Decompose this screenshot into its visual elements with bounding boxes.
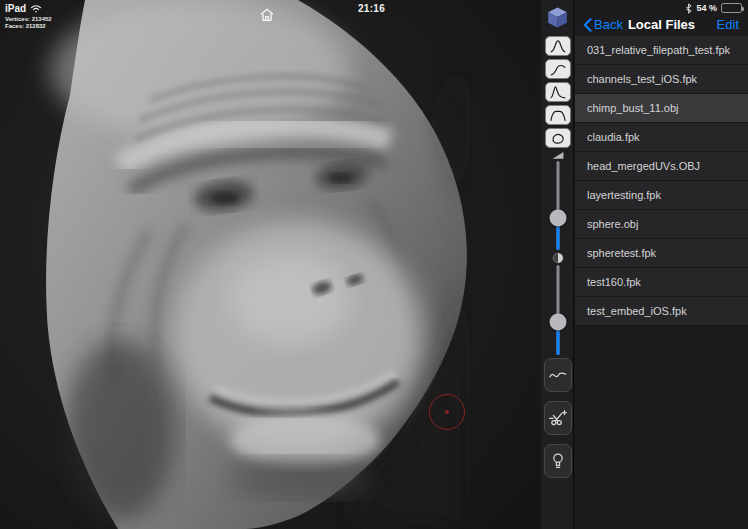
scissors-icon [548, 408, 568, 428]
file-row[interactable]: layertesting.fpk [575, 181, 748, 210]
falloff-blob[interactable] [545, 128, 571, 148]
home-icon[interactable] [259, 7, 275, 23]
file-row[interactable]: channels_test_iOS.fpk [575, 65, 748, 94]
slider-thumb[interactable] [549, 313, 566, 330]
viewport-hud: iPad Vertices: 213452 Faces: 212832 [5, 3, 52, 30]
file-name: chimp_bust_11.obj [587, 102, 679, 114]
slider-thumb[interactable] [549, 209, 566, 226]
wifi-icon [30, 4, 42, 14]
mask-trim-tool[interactable] [544, 401, 572, 435]
brush-size-slider[interactable] [541, 146, 574, 256]
file-list: 031_relative_filepath_test.fpkchannels_t… [575, 36, 748, 326]
falloff-plateau[interactable] [545, 105, 571, 125]
back-button[interactable]: Back [575, 17, 623, 32]
clock: 21:16 [358, 3, 385, 14]
file-name: spheretest.fpk [587, 247, 656, 259]
bell-curve-icon [547, 38, 569, 54]
file-name: sphere.obj [587, 218, 638, 230]
sculpt-viewport[interactable]: iPad Vertices: 213452 Faces: 212832 21:1… [0, 0, 541, 529]
chevron-left-icon [583, 18, 592, 32]
tool-column [541, 0, 574, 529]
file-row[interactable]: 031_relative_filepath_test.fpk [575, 36, 748, 65]
falloff-ease[interactable] [545, 59, 571, 79]
brush-cursor [429, 394, 465, 430]
stroke-smoothing-tool[interactable] [544, 358, 572, 392]
file-row[interactable]: test_embed_iOS.fpk [575, 297, 748, 326]
falloff-spike[interactable] [545, 82, 571, 102]
file-row[interactable]: claudia.fpk [575, 123, 748, 152]
sculpt-app-window: iPad Vertices: 213452 Faces: 212832 21:1… [0, 0, 748, 529]
wave-icon [548, 367, 568, 383]
file-row[interactable]: head_mergedUVs.OBJ [575, 152, 748, 181]
file-name: claudia.fpk [587, 131, 640, 143]
file-name: 031_relative_filepath_test.fpk [587, 44, 730, 56]
file-name: head_mergedUVs.OBJ [587, 160, 700, 172]
battery-icon [721, 3, 742, 13]
file-name: channels_test_iOS.fpk [587, 73, 697, 85]
blob-curve-icon [547, 130, 569, 146]
plateau-curve-icon [547, 107, 569, 123]
vertices-count: Vertices: 213452 [5, 16, 52, 23]
ease-curve-icon [547, 61, 569, 77]
file-name: layertesting.fpk [587, 189, 661, 201]
lightbulb-icon [550, 451, 566, 471]
file-name: test_embed_iOS.fpk [587, 305, 687, 317]
chimp-bust-render [0, 0, 541, 529]
navigation-cube-icon[interactable] [545, 5, 570, 30]
tool-buttons [541, 358, 574, 478]
file-name: test160.fpk [587, 276, 641, 288]
file-row[interactable]: test160.fpk [575, 268, 748, 297]
file-row[interactable]: spheretest.fpk [575, 239, 748, 268]
brush-strength-slider[interactable] [541, 250, 574, 361]
navbar: Back Local Files Edit [575, 13, 748, 36]
falloff-bell[interactable] [545, 36, 571, 56]
bluetooth-icon [685, 3, 692, 14]
local-files-panel: 54 % Back Local Files Edit 031_relative_… [575, 0, 748, 529]
spike-curve-icon [547, 84, 569, 100]
file-row[interactable]: chimp_bust_11.obj [575, 94, 748, 123]
lighting-tool[interactable] [544, 444, 572, 478]
device-label: iPad [5, 3, 26, 14]
faces-count: Faces: 212832 [5, 23, 52, 30]
edit-button[interactable]: Edit [717, 17, 748, 32]
falloff-presets [541, 36, 574, 148]
battery-percent: 54 % [696, 3, 717, 13]
file-row[interactable]: sphere.obj [575, 210, 748, 239]
